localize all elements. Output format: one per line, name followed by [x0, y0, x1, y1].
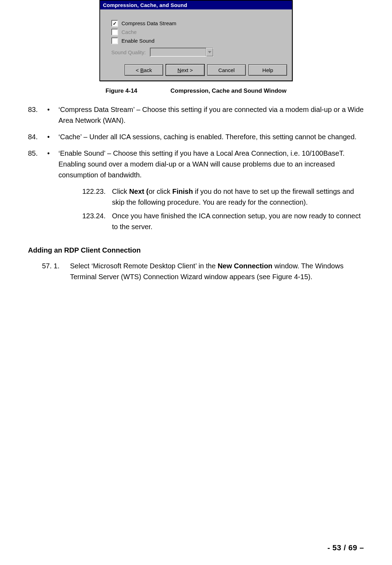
back-button[interactable]: < Back [125, 64, 163, 76]
item-text: ‘Cache’ – Under all ICA sessions, cachin… [58, 132, 364, 142]
rdp-step-number: 57. 1. [42, 261, 70, 282]
substep-text: Click Next (or click Finish if you do no… [112, 186, 364, 208]
section-heading: Adding an RDP Client Connection [28, 245, 364, 256]
bullet-icon: • [47, 132, 58, 142]
enable-sound-row[interactable]: Enable Sound [111, 37, 286, 44]
compress-label: Compress Data Stream [121, 20, 176, 26]
bullet-icon: • [47, 148, 58, 181]
enable-sound-label: Enable Sound [121, 38, 154, 44]
dialog-button-row: < Back Next > Cancel Help [100, 59, 292, 80]
substep: 122.23. Click Next (or click Finish if y… [82, 186, 364, 208]
figure-caption: Figure 4-14 Compression, Cache and Sound… [0, 87, 392, 94]
item-text: ‘Compress Data Stream’ – Choose this set… [58, 104, 364, 126]
dialog-titlebar: Compression, Cache, and Sound [100, 1, 292, 9]
substep-number: 123.24. [82, 211, 112, 232]
cache-checkbox [111, 29, 118, 35]
compression-cache-sound-dialog: Compression, Cache, and Sound Compress D… [99, 0, 293, 81]
next-button[interactable]: Next > [166, 64, 204, 76]
figure-text: Compression, Cache and Sound Window [170, 87, 286, 94]
item-text: ‘Enable Sound’ – Choose this setting if … [58, 148, 364, 181]
item-number: 84. [28, 132, 47, 142]
figure-label: Figure 4-14 [106, 87, 138, 94]
substep-number: 122.23. [82, 186, 112, 208]
compress-checkbox[interactable] [111, 20, 118, 27]
help-button[interactable]: Help [248, 64, 287, 76]
compress-data-stream-row[interactable]: Compress Data Stream [111, 20, 286, 27]
item-number: 83. [28, 104, 47, 126]
list-item: 85. • ‘Enable Sound’ – Choose this setti… [28, 148, 364, 181]
substep: 123.24. Once you have finished the ICA c… [82, 211, 364, 232]
substep-text: Once you have finished the ICA connectio… [112, 211, 364, 232]
enable-sound-checkbox[interactable] [111, 37, 118, 44]
page-footer: - 53 / 69 – [327, 543, 364, 552]
sound-quality-row: Sound Quality: [111, 48, 286, 57]
list-item: 83. • ‘Compress Data Stream’ – Choose th… [28, 104, 364, 126]
cache-label: Cache [121, 29, 136, 35]
cancel-button[interactable]: Cancel [207, 64, 246, 76]
sound-quality-combo [150, 48, 214, 57]
chevron-down-icon [206, 48, 213, 56]
rdp-step: 57. 1. Select ‘Microsoft Remote Desktop … [28, 261, 364, 282]
substeps: 122.23. Click Next (or click Finish if y… [82, 186, 364, 232]
item-number: 85. [28, 148, 47, 181]
sound-quality-label: Sound Quality: [111, 49, 146, 55]
rdp-step-text: Select ‘Microsoft Remote Desktop Client’… [70, 261, 364, 282]
list-item: 84. • ‘Cache’ – Under all ICA sessions, … [28, 132, 364, 142]
cache-row: Cache [111, 29, 286, 35]
bullet-icon: • [47, 104, 58, 126]
